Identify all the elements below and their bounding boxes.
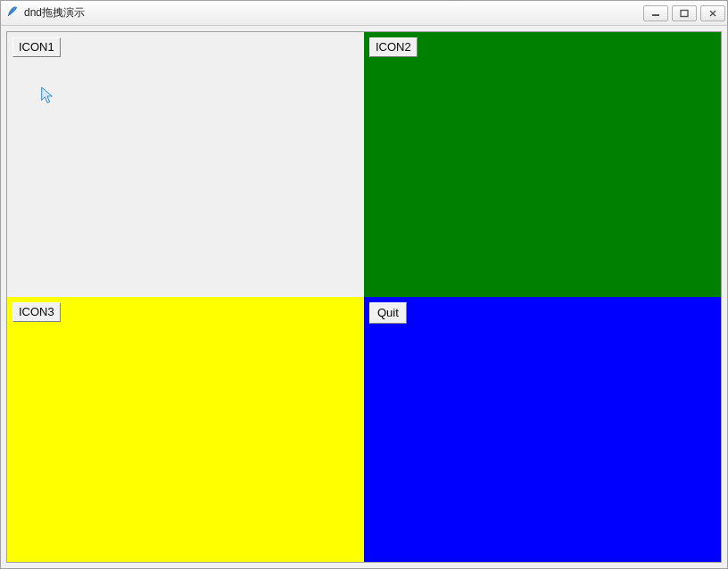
maximize-button[interactable] — [672, 5, 697, 21]
app-icon — [6, 5, 19, 21]
quit-button[interactable]: Quit — [369, 302, 407, 324]
window-controls — [643, 5, 725, 21]
icon3-dragsource[interactable]: ICON3 — [12, 302, 61, 322]
panel-top-left[interactable]: ICON1 — [7, 32, 364, 297]
svg-rect-0 — [652, 14, 659, 16]
title-bar[interactable]: dnd拖拽演示 — [1, 1, 727, 26]
minimize-button[interactable] — [643, 5, 668, 21]
window-title: dnd拖拽演示 — [24, 5, 85, 21]
panel-top-right[interactable]: ICON2 — [364, 32, 721, 297]
client-area-wrap: ICON1 ICON2 ICON3 Quit — [1, 26, 727, 568]
close-button[interactable] — [700, 5, 725, 21]
icon2-dragsource[interactable]: ICON2 — [369, 37, 418, 57]
client-area: ICON1 ICON2 ICON3 Quit — [6, 31, 722, 563]
title-bar-left: dnd拖拽演示 — [6, 5, 85, 21]
icon1-dragsource[interactable]: ICON1 — [12, 37, 61, 57]
window-frame: dnd拖拽演示 ICON1 — [0, 0, 728, 569]
panel-bottom-left[interactable]: ICON3 — [7, 297, 364, 562]
panel-bottom-right[interactable]: Quit — [364, 297, 721, 562]
svg-rect-1 — [681, 10, 688, 16]
